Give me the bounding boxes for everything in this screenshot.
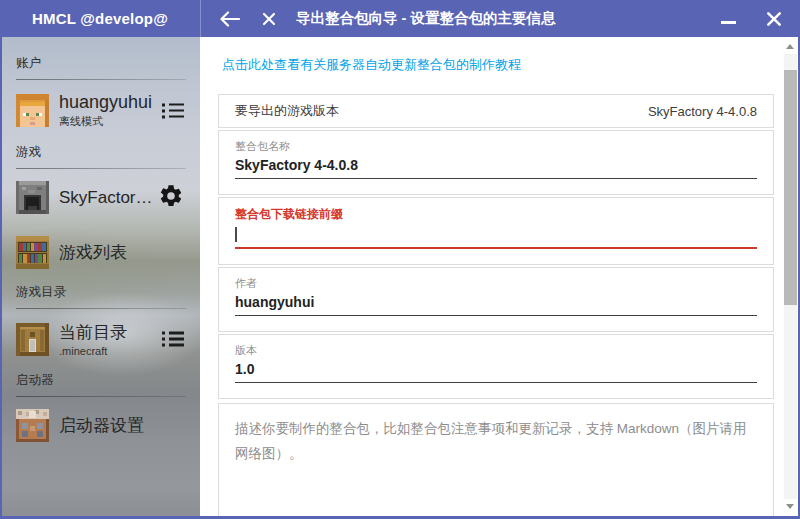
section-game-label: 游戏 [16, 144, 186, 161]
download-url-label: 整合包下载链接前缀 [235, 206, 757, 223]
description-field: 描述你要制作的整合包，比如整合包注意事项和更新记录，支持 Markdown（图片… [218, 403, 774, 516]
launcher-settings-item[interactable]: 启动器设置 [16, 409, 186, 442]
main-pane: 点击此处查看有关服务器自动更新整合包的制作教程 要导出的游戏版本 SkyFact… [200, 37, 798, 516]
back-arrow-icon [219, 11, 240, 27]
launcher-settings-label: 启动器设置 [59, 414, 144, 437]
tutorial-link[interactable]: 点击此处查看有关服务器自动更新整合包的制作教程 [222, 56, 521, 74]
modpack-version-label: 版本 [235, 343, 757, 358]
minimize-icon [721, 21, 736, 24]
back-button[interactable] [217, 7, 241, 31]
chest-icon [16, 323, 49, 356]
scrollbar [783, 37, 798, 516]
section-divider [16, 396, 186, 397]
titlebar-divider [200, 0, 201, 37]
titlebar: HMCL @develop@ 导出整合包向导 - 设置整合包的主要信息 [0, 0, 800, 37]
section-divider [16, 79, 186, 80]
current-directory-item[interactable]: 当前目录 .minecraft [16, 321, 186, 357]
account-mode: 离线模式 [59, 114, 152, 129]
section-divider [16, 308, 186, 309]
gear-icon [158, 183, 184, 209]
download-url-input[interactable] [235, 223, 757, 249]
directory-path: .minecraft [59, 345, 127, 357]
author-input[interactable]: huangyuhui [235, 291, 757, 316]
section-launcher-label: 启动器 [16, 372, 186, 389]
scroll-up-button[interactable] [786, 44, 794, 49]
list-icon [162, 103, 184, 106]
description-input[interactable]: 描述你要制作的整合包，比如整合包注意事项和更新记录，支持 Markdown（图片… [235, 416, 757, 466]
modpack-name-input[interactable]: SkyFactory 4-4.0.8 [235, 154, 757, 179]
directory-menu-button[interactable] [162, 332, 184, 347]
wizard-content: 点击此处查看有关服务器自动更新整合包的制作教程 要导出的游戏版本 SkyFact… [200, 37, 783, 516]
game-list-label: 游戏列表 [59, 241, 127, 264]
author-field: 作者 huangyuhui [218, 267, 774, 332]
modpack-name-field: 整合包名称 SkyFactory 4-4.0.8 [218, 130, 774, 195]
section-divider [16, 168, 186, 169]
cancel-wizard-button[interactable] [258, 8, 280, 30]
text-cursor [235, 227, 237, 242]
modpack-version-field: 版本 1.0 [218, 334, 774, 399]
app-title: HMCL @develop@ [0, 10, 200, 27]
section-account-label: 账户 [16, 55, 186, 72]
current-directory-label: 当前目录 [59, 321, 127, 344]
avatar [16, 94, 49, 127]
scroll-thumb[interactable] [784, 70, 797, 305]
close-button[interactable] [762, 7, 786, 31]
close-icon [766, 11, 782, 27]
modpack-version-input[interactable]: 1.0 [235, 358, 757, 383]
game-version-value: SkyFactory 4-4.0.8 [648, 104, 757, 119]
account-menu-button[interactable] [162, 103, 184, 118]
page-title: 导出整合包向导 - 设置整合包的主要信息 [296, 9, 555, 28]
sidebar: 账户 huangyuhui 离线模式 [2, 37, 200, 516]
account-name: huangyuhui [59, 92, 152, 113]
author-label: 作者 [235, 276, 757, 291]
close-wizard-icon [262, 12, 276, 26]
furnace-icon [16, 181, 49, 214]
command-block-icon [16, 409, 49, 442]
hmcl-window: HMCL @develop@ 导出整合包向导 - 设置整合包的主要信息 账户 [0, 0, 800, 519]
game-version-label: 要导出的游戏版本 [235, 102, 339, 120]
profile-item[interactable]: SkyFactor… [16, 181, 186, 214]
minimize-button[interactable] [716, 7, 740, 31]
account-item[interactable]: huangyuhui 离线模式 [16, 92, 186, 129]
list-icon [162, 332, 184, 335]
profile-name: SkyFactor… [59, 188, 153, 208]
scroll-down-button[interactable] [786, 504, 794, 509]
download-url-field: 整合包下载链接前缀 [218, 197, 774, 265]
game-version-card: 要导出的游戏版本 SkyFactory 4-4.0.8 [218, 94, 774, 128]
game-list-item[interactable]: 游戏列表 [16, 236, 186, 269]
profile-settings-button[interactable] [158, 183, 184, 213]
modpack-name-label: 整合包名称 [235, 139, 757, 154]
bookshelf-icon [16, 236, 49, 269]
section-directory-label: 游戏目录 [16, 284, 186, 301]
